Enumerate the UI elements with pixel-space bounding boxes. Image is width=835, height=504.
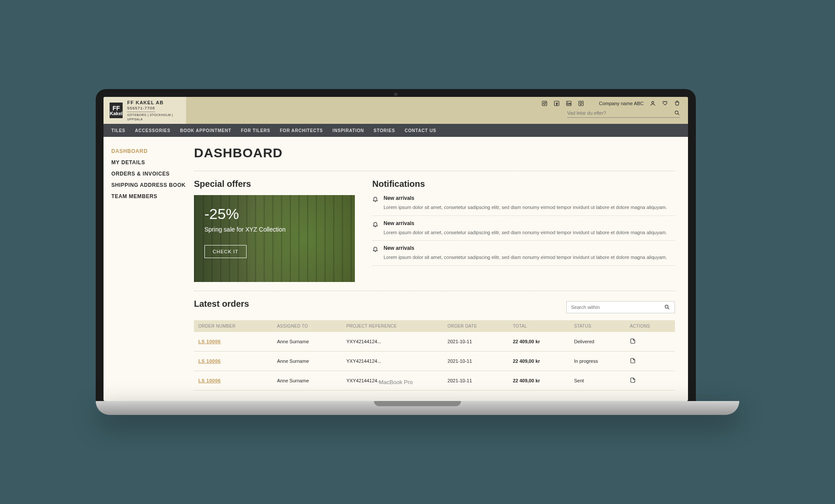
notif-title: New arrivals (384, 245, 667, 251)
logo-name: FF KAKEL AB (127, 99, 180, 106)
search-input[interactable] (567, 110, 670, 116)
special-offers: Special offers -25% Spring sale for XYZ … (194, 179, 355, 282)
logo-kakel: Kakel (110, 111, 123, 116)
order-number-link[interactable]: LS 10006 (194, 351, 273, 371)
col-total: TOTAL (508, 320, 570, 332)
sidebar-item-shipping[interactable]: SHIPPING ADDRESS BOOK (111, 182, 190, 188)
page-title: DASHBOARD (194, 146, 675, 160)
notification-item[interactable]: New arrivals Lorem ipsum dolor sit amet,… (372, 241, 675, 266)
instagram-icon[interactable] (541, 100, 548, 106)
svg-point-6 (568, 102, 568, 103)
cart-icon[interactable] (674, 100, 680, 106)
notif-text: New arrivals Lorem ipsum dolor sit amet,… (384, 195, 667, 211)
screen: FF Kakel FF KAKEL AB 556571-7708 GÖTEBOR… (104, 97, 688, 401)
nav-book[interactable]: BOOK APPOINTMENT (180, 128, 231, 133)
table-header-row: ORDER NUMBER ASSIGNED TO PROJECT REFEREN… (194, 320, 675, 332)
cell-actions (625, 371, 675, 391)
promo-subtitle: Spring sale for XYZ Collection (204, 226, 344, 233)
col-order-number: ORDER NUMBER (194, 320, 273, 332)
order-number-link[interactable]: LS 10006 (194, 332, 273, 351)
orders-search[interactable] (566, 301, 675, 313)
logo-ff: FF (113, 105, 120, 111)
cell-status: Delivered (570, 332, 625, 351)
table-row: LS 10006 Anne Surname YXY42144124... 202… (194, 371, 675, 391)
device-branding: MacBook Pro (379, 379, 413, 385)
cell-status: In progress (570, 351, 625, 371)
nav-accessories[interactable]: ACCESSORIES (135, 128, 170, 133)
sidebar-item-team[interactable]: TEAM MEMBERS (111, 193, 190, 199)
col-status: STATUS (570, 320, 625, 332)
bell-icon (372, 246, 378, 252)
search-icon[interactable] (674, 110, 680, 116)
user-icon[interactable] (650, 100, 656, 106)
svg-point-10 (665, 305, 668, 308)
company-name[interactable]: Company name ABC (599, 101, 644, 106)
laptop-base (96, 401, 739, 415)
svg-point-2 (546, 102, 546, 103)
cell-assigned: Anne Surname (273, 332, 342, 351)
order-number-link[interactable]: LS 10006 (194, 371, 273, 391)
linkedin-icon[interactable] (566, 100, 572, 106)
nav-contact[interactable]: CONTACT US (404, 128, 436, 133)
header-right: Company name ABC (186, 97, 688, 121)
table-row: LS 10006 Anne Surname YXY42144124... 202… (194, 351, 675, 371)
table-row: LS 10006 Anne Surname YXY42144124... 202… (194, 332, 675, 351)
notif-desc: Lorem ipsum dolor sit amet, consetetur s… (384, 229, 667, 236)
sidebar-item-details[interactable]: MY DETAILS (111, 159, 190, 166)
pinterest-icon[interactable] (578, 100, 584, 106)
cell-actions (625, 332, 675, 351)
notification-item[interactable]: New arrivals Lorem ipsum dolor sit amet,… (372, 216, 675, 241)
svg-point-8 (652, 101, 654, 103)
laptop-frame: FF Kakel FF KAKEL AB 556571-7708 GÖTEBOR… (96, 89, 696, 401)
logo[interactable]: FF Kakel FF KAKEL AB 556571-7708 GÖTEBOR… (104, 97, 186, 124)
cell-assigned: Anne Surname (273, 371, 342, 391)
nav-inspiration[interactable]: INSPIRATION (333, 128, 364, 133)
main: DASHBOARD Special offers -25% Spring sal… (190, 137, 688, 401)
orders-table: ORDER NUMBER ASSIGNED TO PROJECT REFEREN… (194, 320, 675, 391)
nav-tilers[interactable]: FOR TILERS (241, 128, 270, 133)
svg-rect-7 (579, 101, 584, 106)
notif-text: New arrivals Lorem ipsum dolor sit amet,… (384, 245, 667, 261)
sidebar-item-dashboard[interactable]: DASHBOARD (111, 148, 190, 154)
promo-banner[interactable]: -25% Spring sale for XYZ Collection CHEC… (194, 195, 355, 282)
header-icons: Company name ABC (541, 100, 680, 106)
cell-ref: YXY42144124... (342, 332, 444, 351)
cell-ref: YXY42144124... (342, 351, 444, 371)
cell-date: 2021-10-11 (443, 351, 508, 371)
pdf-icon[interactable] (630, 338, 636, 344)
nav-tiles[interactable]: TILES (111, 128, 125, 133)
pdf-icon[interactable] (630, 358, 636, 364)
svg-point-1 (544, 103, 546, 105)
svg-rect-5 (568, 103, 568, 105)
cell-date: 2021-10-11 (443, 371, 508, 391)
cell-assigned: Anne Surname (273, 351, 342, 371)
orders-header: Latest orders (194, 299, 675, 315)
promo-cta-button[interactable]: CHECK IT (204, 245, 247, 258)
bell-icon (372, 221, 378, 227)
search-icon[interactable] (664, 304, 670, 310)
nav-architects[interactable]: FOR ARCHITECTS (280, 128, 323, 133)
notif-text: New arrivals Lorem ipsum dolor sit amet,… (384, 220, 667, 236)
row-offers-notif: Special offers -25% Spring sale for XYZ … (194, 171, 675, 282)
notification-item[interactable]: New arrivals Lorem ipsum dolor sit amet,… (372, 195, 675, 216)
facebook-icon[interactable] (554, 100, 560, 106)
orders-search-input[interactable] (571, 305, 664, 310)
header-search[interactable] (567, 110, 680, 118)
col-reference: PROJECT REFERENCE (342, 320, 444, 332)
latest-orders: Latest orders ORDER NUMBER ASSIGNED TO P… (194, 291, 675, 391)
sidebar: DASHBOARD MY DETAILS ORDERS & INVOICES S… (104, 137, 190, 401)
notif-title: New arrivals (384, 220, 667, 226)
cell-total: 22 409,00 kr (508, 371, 570, 391)
camera-dot (394, 93, 397, 96)
col-assigned: ASSIGNED TO (273, 320, 342, 332)
notifications: Notifications New arrivals Lorem ipsum d… (372, 179, 675, 282)
cell-total: 22 409,00 kr (508, 332, 570, 351)
logo-text: FF KAKEL AB 556571-7708 GÖTEBORG | STOCK… (127, 99, 180, 121)
heart-icon[interactable] (662, 100, 668, 106)
nav-stories[interactable]: STORIES (374, 128, 395, 133)
cell-actions (625, 351, 675, 371)
orders-heading: Latest orders (194, 299, 249, 309)
pdf-icon[interactable] (630, 377, 636, 383)
sidebar-item-orders[interactable]: ORDERS & INVOICES (111, 171, 190, 177)
col-actions: ACTIONS (625, 320, 675, 332)
